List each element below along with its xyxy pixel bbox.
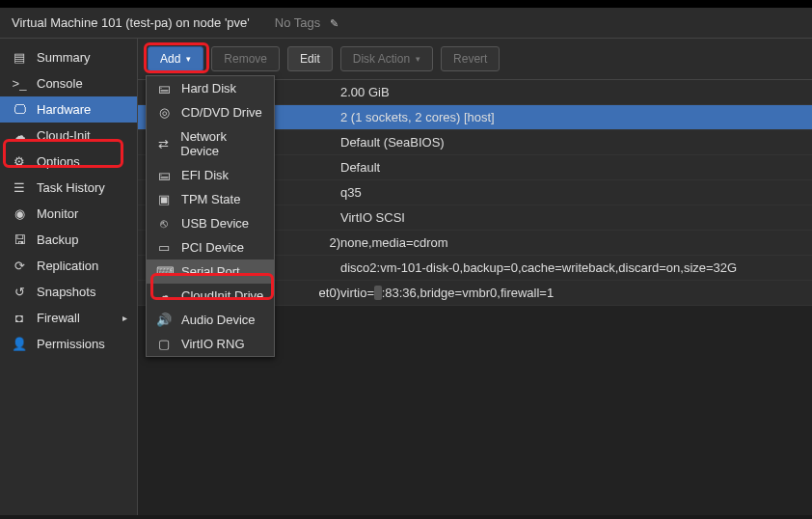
dropdown-item-network-device[interactable]: ⇄Network Device — [147, 124, 274, 163]
sidebar-item-label: Monitor — [37, 206, 78, 221]
toolbar: Add ▾ Remove Edit Disk Action ▾ Revert 🖴… — [138, 39, 812, 80]
sidebar-item-label: Permissions — [37, 337, 105, 351]
hardware-value: disco2:vm-101-disk-0,backup=0,cache=writ… — [340, 260, 802, 275]
add-button-label: Add — [160, 52, 180, 66]
book-icon: ▤ — [12, 50, 27, 65]
serial-icon: ⌨ — [156, 264, 172, 279]
sidebar-item-label: Replication — [37, 259, 98, 273]
dropdown-item-label: Network Device — [180, 129, 264, 158]
chevron-right-icon: ▸ — [122, 313, 127, 323]
eye-icon: ◉ — [12, 206, 27, 221]
dropdown-item-label: EFI Disk — [181, 168, 229, 182]
sidebar-item-hardware[interactable]: 🖵Hardware — [0, 96, 137, 123]
list-icon: ☰ — [12, 180, 27, 195]
hardware-value: Default (SeaBIOS) — [340, 135, 802, 150]
history-icon: ↺ — [12, 285, 27, 299]
hardware-value: 2.00 GiB — [340, 85, 802, 99]
sidebar-item-label: Options — [37, 154, 80, 169]
dropdown-item-efi-disk[interactable]: 🖴EFI Disk — [147, 163, 274, 187]
hardware-value: none,media=cdrom — [340, 235, 802, 250]
user-icon: 👤 — [12, 337, 27, 351]
hdd-icon: 🖴 — [156, 81, 172, 96]
main-panel: Add ▾ Remove Edit Disk Action ▾ Revert 🖴… — [138, 39, 812, 515]
hdd-icon: 🖴 — [156, 168, 172, 182]
sidebar-item-monitor[interactable]: ◉Monitor — [0, 201, 137, 227]
cloud-icon: ☁ — [156, 288, 172, 303]
cloud-icon: ☁ — [12, 128, 27, 143]
chip-icon: ▣ — [156, 192, 172, 206]
sidebar-item-label: Task History — [37, 180, 105, 195]
dropdown-item-virtio-rng[interactable]: ▢VirtIO RNG — [147, 332, 274, 356]
sidebar-item-task-history[interactable]: ☰Task History — [0, 175, 137, 201]
hardware-value: q35 — [340, 185, 802, 200]
dropdown-item-cd-dvd-drive[interactable]: ◎CD/DVD Drive — [147, 100, 274, 124]
dropdown-item-serial-port[interactable]: ⌨Serial Port — [147, 260, 274, 284]
vm-header: Virtual Machine 101 (test-pa) on node 'p… — [0, 8, 812, 39]
sidebar-item-console[interactable]: >_Console — [0, 70, 137, 96]
audio-icon: 🔊 — [156, 313, 172, 327]
revert-button: Revert — [441, 46, 500, 71]
sidebar-item-label: Console — [37, 76, 83, 91]
sidebar-item-label: Summary — [37, 50, 91, 65]
sidebar-item-summary[interactable]: ▤Summary — [0, 44, 137, 70]
hardware-value: VirtIO SCSI — [340, 210, 802, 225]
sidebar-item-firewall[interactable]: ◘Firewall▸ — [0, 305, 137, 331]
tags-area[interactable]: No Tags — [275, 15, 338, 30]
sidebar-item-replication[interactable]: ⟳Replication — [0, 253, 137, 279]
replication-icon: ⟳ — [12, 259, 27, 273]
dropdown-item-audio-device[interactable]: 🔊Audio Device — [147, 308, 274, 332]
dropdown-item-label: Audio Device — [181, 313, 256, 327]
dropdown-item-usb-device[interactable]: ⎋USB Device — [147, 211, 274, 235]
page-title: Virtual Machine 101 (test-pa) on node 'p… — [12, 15, 250, 30]
dropdown-item-label: CloudInit Drive — [181, 288, 263, 303]
net-icon: ⇄ — [156, 137, 171, 151]
add-button[interactable]: Add ▾ — [148, 46, 203, 71]
sidebar-item-label: Firewall — [37, 311, 80, 325]
terminal-icon: >_ — [12, 76, 27, 91]
chevron-down-icon: ▾ — [416, 54, 420, 64]
sidebar-item-label: Backup — [37, 232, 78, 247]
disc-icon: ◎ — [156, 105, 172, 120]
monitor-icon: 🖵 — [12, 102, 27, 117]
sidebar-item-label: Cloud-Init — [37, 128, 91, 143]
edit-button[interactable]: Edit — [287, 46, 333, 71]
dropdown-item-label: Hard Disk — [181, 81, 236, 96]
sidebar-item-label: Snapshots — [37, 285, 95, 299]
dropdown-item-pci-device[interactable]: ▭PCI Device — [147, 235, 274, 260]
disk-action-button: Disk Action ▾ — [340, 46, 433, 71]
no-tags-label: No Tags — [275, 15, 320, 30]
rng-icon: ▢ — [156, 337, 172, 351]
sidebar-item-backup[interactable]: 🖫Backup — [0, 227, 137, 253]
dropdown-item-label: USB Device — [181, 216, 249, 231]
shield-icon: ◘ — [12, 311, 27, 325]
dropdown-item-label: PCI Device — [181, 240, 244, 255]
sidebar-item-snapshots[interactable]: ↺Snapshots — [0, 279, 137, 305]
pci-icon: ▭ — [156, 240, 172, 255]
dropdown-item-label: Serial Port — [181, 264, 240, 279]
gear-icon: ⚙ — [12, 154, 27, 169]
add-dropdown: 🖴Hard Disk◎CD/DVD Drive⇄Network Device🖴E… — [146, 75, 275, 357]
sidebar-item-cloud-init[interactable]: ☁Cloud-Init — [0, 123, 137, 149]
dropdown-item-label: VirtIO RNG — [181, 337, 245, 351]
disk-action-label: Disk Action — [353, 52, 410, 66]
dropdown-item-hard-disk[interactable]: 🖴Hard Disk — [147, 76, 274, 100]
dropdown-item-cloudinit-drive[interactable]: ☁CloudInit Drive — [147, 284, 274, 308]
dropdown-item-label: TPM State — [181, 192, 240, 206]
hardware-value: virtio= :83:36,bridge=vmbr0,firewall=1 — [340, 286, 802, 300]
hardware-value: Default — [340, 160, 802, 175]
hardware-value: 2 (1 sockets, 2 cores) [host] — [340, 110, 802, 124]
sidebar-item-label: Hardware — [37, 102, 91, 117]
redacted-mac — [374, 286, 382, 300]
dropdown-item-tpm-state[interactable]: ▣TPM State — [147, 187, 274, 211]
dropdown-item-label: CD/DVD Drive — [181, 105, 262, 120]
sidebar-item-options[interactable]: ⚙Options — [0, 149, 137, 175]
chevron-down-icon: ▾ — [186, 54, 191, 64]
save-icon: 🖫 — [12, 232, 27, 247]
sidebar: ▤Summary>_Console🖵Hardware☁Cloud-Init⚙Op… — [0, 39, 138, 515]
pencil-icon[interactable] — [326, 15, 338, 30]
usb-icon: ⎋ — [156, 216, 172, 231]
remove-button: Remove — [211, 46, 280, 71]
sidebar-item-permissions[interactable]: 👤Permissions — [0, 331, 137, 357]
